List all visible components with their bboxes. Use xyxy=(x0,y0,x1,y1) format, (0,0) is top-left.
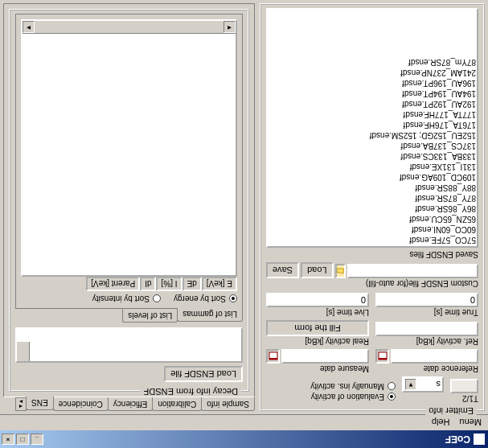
menu-help[interactable]: Help xyxy=(432,418,450,428)
subtab-list-of-gammas[interactable]: List of gammas xyxy=(177,308,243,322)
list-item[interactable]: 87Y_87SR.ensdf xyxy=(269,193,476,203)
tab-overflow[interactable]: ◄► xyxy=(15,397,27,411)
decay-info-title: Decay info from ENSDF xyxy=(141,387,241,397)
radio-manual-activity[interactable]: Manually ins. activity xyxy=(266,382,396,391)
list-item[interactable]: 196AU_196PT.ensdf xyxy=(269,78,476,88)
chevron-down-icon: ▼ xyxy=(405,379,416,390)
list-item[interactable]: 137CS_137BA.ensdf xyxy=(269,141,476,151)
list-item[interactable]: 86Y_86SR.ensdf xyxy=(269,203,476,214)
tab-sample-info[interactable]: Sample info xyxy=(201,397,255,411)
calendar-icon xyxy=(269,351,278,361)
tab-ens[interactable]: ENS xyxy=(26,397,54,410)
true-time-input[interactable] xyxy=(375,293,478,307)
list-item[interactable]: 152EU_152GD; 152SM.ensdf xyxy=(269,130,476,141)
list-item[interactable]: 177TA_177HF.ensdf xyxy=(269,109,476,120)
list-item[interactable]: 88Y_88SR.ensdf xyxy=(269,183,476,193)
column-headers: E [keV]dEI [%]dIParent [keV] xyxy=(21,277,237,291)
subtab-list-of-levels[interactable]: List of levels xyxy=(122,309,178,323)
reference-date-input[interactable] xyxy=(391,349,478,364)
column-header[interactable]: E [keV] xyxy=(202,277,237,291)
column-header[interactable]: dI xyxy=(140,277,156,291)
calendar-icon xyxy=(378,351,388,361)
emitter-info-panel: Emitter info T1/2 s ▼ Evaluation of acti… xyxy=(260,3,485,411)
minimize-button[interactable]: _ xyxy=(31,434,43,445)
list-item[interactable]: 194AU_194PT.ensdf xyxy=(269,88,476,99)
main-tabs: Sample infoCalibrationEfficiencyCoincide… xyxy=(27,397,255,411)
column-header[interactable]: dE xyxy=(182,277,202,291)
ref-activity-input[interactable] xyxy=(375,322,478,336)
real-activity-label: Real activity [kBq] xyxy=(266,337,369,346)
sub-tabs: List of gammasList of levels xyxy=(15,309,243,323)
scrollbar-vertical[interactable] xyxy=(17,342,30,361)
load-ensdf-button[interactable]: Load ENSDF file xyxy=(164,366,243,382)
close-button[interactable]: × xyxy=(2,434,14,445)
list-item[interactable]: 65ZN_65CU.ensdf xyxy=(269,214,476,224)
list-item[interactable]: 87Ym_87SR.ensdf xyxy=(269,57,476,68)
measure-date-input[interactable] xyxy=(281,349,369,364)
live-time-input[interactable] xyxy=(266,293,369,307)
maximize-button[interactable]: □ xyxy=(16,434,29,445)
reference-date-picker[interactable] xyxy=(375,349,389,364)
custom-ensdf-label: Custom ENSDF file(for auto-fill) xyxy=(266,279,478,288)
list-item[interactable]: 57CO_57FE.ensdf xyxy=(269,235,476,245)
scroll-left-icon[interactable]: ◄ xyxy=(223,21,236,33)
true-time-label: True time [s] xyxy=(375,308,478,317)
saved-files-list[interactable]: 57CO_57FE.ensdf60CO_60NI.ensdf65ZN_65CU.… xyxy=(266,8,478,248)
measure-date-picker[interactable] xyxy=(266,349,280,364)
radio-dot-icon xyxy=(153,295,161,303)
custom-ensdf-input[interactable] xyxy=(347,264,478,278)
load-button[interactable]: Load xyxy=(301,262,333,278)
saved-files-label: Saved ENSDF files xyxy=(266,250,478,259)
halflife-label: T1/2 xyxy=(450,394,478,403)
ensdf-path-pane xyxy=(15,327,243,363)
list-item[interactable]: 133BA_133CS.ensdf xyxy=(269,151,476,162)
ref-activity-label: Ref. activity [kBq] xyxy=(375,337,478,346)
svg-rect-3 xyxy=(269,358,277,360)
app-icon xyxy=(474,434,485,445)
browse-file-button[interactable] xyxy=(335,264,347,278)
list-item[interactable]: 60CO_60NI.ensdf xyxy=(269,224,476,235)
tab-efficiency[interactable]: Efficiency xyxy=(108,397,154,411)
radio-dot-icon xyxy=(388,383,396,391)
list-item[interactable]: 109CD_109AG.ensdf xyxy=(269,172,476,183)
halflife-input[interactable] xyxy=(450,379,478,393)
scroll-right-icon[interactable]: ► xyxy=(23,21,35,33)
radio-sort-energy[interactable]: Sort by energy xyxy=(174,294,237,303)
gamma-list-pane[interactable]: ◄ ► xyxy=(21,19,237,277)
radio-eval-activity[interactable]: Evaluation of activity xyxy=(266,393,396,401)
tab-coincidence[interactable]: Coincidence xyxy=(53,397,109,411)
reference-date-label: Reference date xyxy=(375,364,478,373)
svg-rect-1 xyxy=(379,358,387,360)
list-item[interactable]: 131I_131XE.ensdf xyxy=(269,162,476,172)
menu-menu[interactable]: Menu xyxy=(459,418,482,428)
column-header[interactable]: I [%] xyxy=(157,277,182,291)
radio-dot-icon xyxy=(229,295,237,303)
list-item[interactable]: 241AM_237NP.ensdf xyxy=(269,68,476,78)
fill-form-button[interactable]: Fill the form xyxy=(266,320,369,336)
live-time-label: Live time [s] xyxy=(266,308,369,317)
column-header[interactable]: Parent [keV] xyxy=(86,277,140,291)
save-button[interactable]: Save xyxy=(266,262,299,278)
list-item[interactable]: 176TA_176HF.ensdf xyxy=(269,120,476,130)
list-item[interactable]: 192AU_192PT.ensdf xyxy=(269,99,476,109)
unit-select[interactable]: s ▼ xyxy=(402,376,444,393)
folder-open-icon xyxy=(337,267,345,275)
scrollbar-horizontal[interactable]: ◄ ► xyxy=(23,21,236,34)
window-title: CoEF xyxy=(43,434,470,445)
radio-dot-icon xyxy=(388,393,396,401)
tab-calibration[interactable]: Calibration xyxy=(152,397,202,411)
radio-sort-intensity[interactable]: Sort by intensity xyxy=(92,294,161,303)
measure-date-label: Measure date xyxy=(266,364,369,373)
emitter-info-title: Emitter info xyxy=(425,406,477,416)
